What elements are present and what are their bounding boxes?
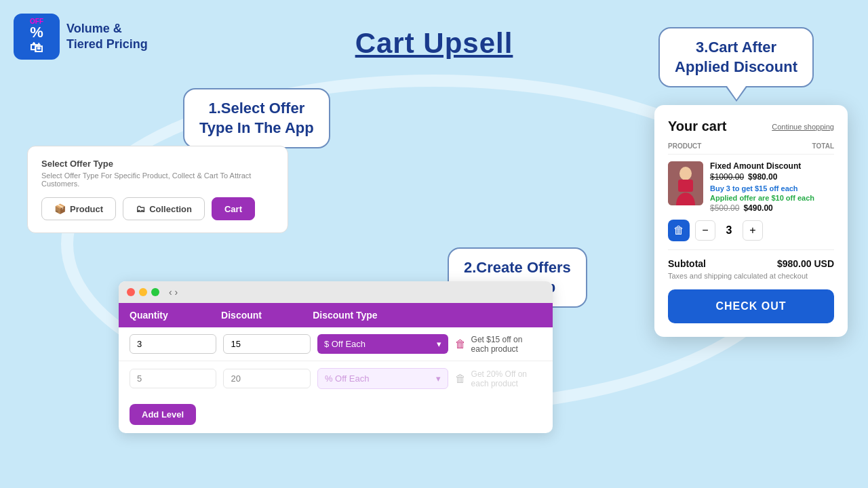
offer-btn-collection[interactable]: 🗂 Collection xyxy=(123,197,205,220)
collection-icon: 🗂 xyxy=(136,203,145,214)
quantity-controls: 🗑 − 3 + xyxy=(668,220,834,241)
editor-row-1: $ Off Each ▾ 🗑 Get $15 off on each produ… xyxy=(119,327,553,361)
product-discounted-price: $980.00 xyxy=(748,172,777,182)
offer-type-title: Select Offer Type xyxy=(41,159,274,169)
cart-divider xyxy=(668,249,834,250)
logo-percent: % xyxy=(30,25,43,40)
subtotal-row: Subtotal $980.00 USD xyxy=(668,258,834,269)
discount-input-2[interactable] xyxy=(223,369,310,388)
offer-btn-product[interactable]: 📦 Product xyxy=(41,197,116,220)
before-discount-price: $500.00 xyxy=(710,203,739,213)
offer-type-card: Select Offer Type Select Offer Type For … xyxy=(27,146,288,233)
editor-table-header: Quantity Discount Discount Type xyxy=(119,303,553,327)
qty-input-1[interactable] xyxy=(130,334,216,354)
subtotal-value: $980.00 USD xyxy=(777,258,834,269)
continue-shopping-link[interactable]: Continue shopping xyxy=(772,123,834,131)
quantity-increase-button[interactable]: + xyxy=(743,220,763,241)
cart-header: Your cart Continue shopping xyxy=(668,119,834,134)
cart-after-bubble: 3.Cart After Applied Discount xyxy=(658,27,814,87)
promo-text: Buy 3 to get $15 off each xyxy=(710,184,834,192)
delete-item-button[interactable]: 🗑 xyxy=(668,220,690,241)
nav-arrows[interactable]: ‹ › xyxy=(169,287,178,298)
quantity-value: 3 xyxy=(721,224,737,237)
product-details: Fixed Amount Discount $1000.00 $980.00 B… xyxy=(710,161,834,213)
applied-offer-text: Applied offer are $10 off each xyxy=(710,194,834,202)
after-discount-price: $490.00 xyxy=(743,203,772,213)
discount-type-select-2[interactable]: % Off Each ▾ xyxy=(317,368,448,389)
offer-btn-cart[interactable]: Cart xyxy=(212,197,255,220)
editor-titlebar: ‹ › xyxy=(119,281,553,303)
checkout-button[interactable]: CHECK OUT xyxy=(668,289,834,323)
product-thumbnail xyxy=(668,161,703,205)
delete-icon-1[interactable]: 🗑 xyxy=(455,338,466,350)
page-title: Cart Upsell xyxy=(355,27,513,60)
dot-yellow xyxy=(139,288,147,296)
offer-editor: ‹ › Quantity Discount Discount Type $ Of… xyxy=(119,281,553,433)
add-level-button[interactable]: Add Level xyxy=(130,404,196,425)
product-icon: 📦 xyxy=(54,203,66,214)
product-original-price: $1000.00 xyxy=(710,172,744,182)
discount-type-select-1[interactable]: $ Off Each ▾ xyxy=(317,334,448,354)
product-name: Fixed Amount Discount xyxy=(710,161,834,171)
logo-bag-icon: 🛍 xyxy=(30,40,43,56)
subtotal-label: Subtotal xyxy=(668,258,706,269)
cart-product-row: Fixed Amount Discount $1000.00 $980.00 B… xyxy=(668,161,834,213)
qty-input-2[interactable] xyxy=(130,369,216,388)
tax-note: Taxes and shipping calculated at checkou… xyxy=(668,272,834,280)
svg-point-1 xyxy=(679,167,692,180)
svg-rect-2 xyxy=(678,180,693,192)
cart-panel: Your cart Continue shopping PRODUCT TOTA… xyxy=(654,105,848,337)
offer-type-description: Select Offer Type For Specific Product, … xyxy=(41,171,274,188)
dot-green xyxy=(151,288,159,296)
delete-icon-2[interactable]: 🗑 xyxy=(455,373,466,385)
cart-title: Your cart xyxy=(668,119,726,134)
logo-area: OFF % 🛍 Volume & Tiered Pricing xyxy=(14,14,148,60)
discount-input-1[interactable] xyxy=(223,334,310,354)
logo-text: Volume & Tiered Pricing xyxy=(66,21,148,53)
cart-col-headers: PRODUCT TOTAL xyxy=(668,142,834,155)
step1-bubble: 1.Select Offer Type In The App xyxy=(183,88,330,148)
quantity-decrease-button[interactable]: − xyxy=(695,220,715,241)
editor-row-2: % Off Each ▾ 🗑 Get 20% Off on each produ… xyxy=(119,361,553,396)
offer-type-buttons: 📦 Product 🗂 Collection Cart xyxy=(41,197,274,220)
dot-red xyxy=(127,288,135,296)
logo-icon: OFF % 🛍 xyxy=(14,14,60,60)
